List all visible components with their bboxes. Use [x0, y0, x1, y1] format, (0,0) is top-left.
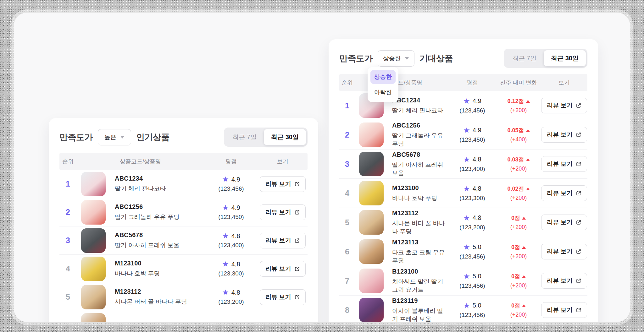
rank-number: 1: [339, 101, 355, 110]
product-photo: [359, 269, 384, 293]
star-icon: ★: [463, 214, 470, 222]
column-rating: 평점: [448, 79, 496, 86]
review-count: (123,456): [448, 253, 496, 260]
external-link-icon: [576, 278, 581, 284]
product-code: B123100: [392, 268, 448, 275]
tab-recent-30days[interactable]: 최근 30일: [544, 50, 586, 66]
table-body: 1 ABC1234 딸기 체리 판나코타 ★ 4.9 (123,456) 리뷰 …: [59, 170, 308, 322]
product-name: 바나나 호박 푸딩: [115, 269, 204, 278]
triangle-up-icon: [522, 246, 526, 249]
tab-recent-7days[interactable]: 최근 7일: [225, 129, 264, 145]
satisfaction-level-dropdown[interactable]: 높은: [98, 129, 131, 145]
view-reviews-button[interactable]: 리뷰 보기: [260, 261, 305, 277]
view-reviews-button[interactable]: 리뷰 보기: [541, 156, 587, 172]
external-link-icon: [576, 161, 581, 167]
view-reviews-button[interactable]: 리뷰 보기: [260, 204, 305, 220]
product-code: ABC1256: [115, 203, 204, 210]
change-value: 0.05점: [507, 127, 524, 134]
table-row: 1 ABC1234 딸기 체리 판나코타 ★ 4.9 (123,456) 리뷰 …: [59, 170, 308, 198]
noise-frame: 만족도가 높은 인기상품 최근 7일 최근 30일 순위 상품코드/상품명 평점…: [0, 0, 644, 332]
product-name: 딸기 그래놀라 우유 푸딩: [115, 213, 204, 221]
product-name: 딸기 그래놀라 우유 푸딩: [392, 132, 448, 148]
view-reviews-button[interactable]: 리뷰 보기: [260, 233, 305, 248]
product-photo: [81, 285, 106, 309]
review-count: (123,300): [204, 270, 258, 277]
rating-cell: ★ 4.8 (123,400): [204, 232, 258, 249]
change-value: 0점: [511, 243, 520, 251]
change-value: 0.12점: [507, 97, 524, 105]
table-header: 순위 상품코드/상품명 평점 보기: [59, 153, 308, 170]
view-reviews-button[interactable]: 리뷰 보기: [541, 127, 587, 143]
rating-value: 4.8: [473, 156, 481, 163]
review-button-label: 리뷰 보기: [547, 248, 572, 256]
view-reviews-button[interactable]: 리뷰 보기: [541, 98, 587, 113]
change-count: (+200): [496, 312, 541, 318]
product-photo: [359, 152, 384, 176]
star-icon: ★: [222, 232, 229, 240]
product-photo: [81, 200, 106, 225]
rating-value: 4,8: [231, 261, 240, 268]
change-count: (+200): [496, 195, 541, 201]
table-row: 2 ABC1256 딸기 그래놀라 우유 푸딩 ★ 4.9 (123,450) …: [339, 120, 587, 150]
review-count: (123,450): [204, 214, 258, 220]
review-button-label: 리뷰 보기: [265, 208, 291, 216]
view-reviews-button[interactable]: 리뷰 보기: [260, 176, 305, 192]
product-name: 바나나 호박 푸딩: [392, 194, 448, 202]
rating-cell: ★ 4.9 (123,456): [448, 97, 496, 114]
rating-value: 5.0: [473, 273, 481, 280]
view-reviews-button[interactable]: 리뷰 보기: [541, 302, 587, 318]
rating-value: 4.8: [231, 289, 240, 296]
dropdown-value: 높은: [104, 133, 116, 141]
rank-number: 4: [339, 189, 355, 198]
change-count: (+200): [496, 253, 541, 260]
product-code: M123113: [392, 239, 448, 246]
change-count: (+200): [496, 166, 541, 172]
dropdown-option-rising[interactable]: 상승한: [370, 70, 396, 84]
review-button-label: 리뷰 보기: [547, 189, 572, 197]
rank-number: 4: [59, 264, 76, 273]
star-icon: ★: [222, 204, 229, 211]
change-cell: 0.02점 (+200): [496, 185, 541, 201]
view-reviews-button[interactable]: 리뷰 보기: [260, 289, 305, 305]
panel-title: 만족도가 높은 인기상품: [59, 129, 169, 145]
dropdown-value: 상승한: [383, 54, 401, 63]
review-count: (123,456): [204, 185, 258, 192]
rating-cell: ★ 4.9 (123,456): [204, 176, 258, 192]
column-view: 보기: [258, 158, 308, 165]
dropdown-option-falling[interactable]: 하락한: [370, 85, 396, 99]
column-rating: 평점: [204, 158, 258, 165]
change-value: 0.03점: [507, 156, 524, 163]
change-cell: 0점 (+200): [496, 302, 541, 318]
review-button-label: 리뷰 보기: [547, 277, 572, 285]
rating-value: 5.0: [473, 302, 481, 309]
review-count: (123,456): [448, 282, 496, 289]
tab-recent-7days[interactable]: 최근 7일: [505, 50, 544, 66]
product-photo: [81, 172, 106, 196]
rating-cell: ★ 4,8 (123,300): [448, 185, 496, 202]
change-value: 0점: [511, 273, 520, 280]
review-button-label: 리뷰 보기: [547, 160, 572, 168]
rank-number: 5: [339, 218, 355, 227]
satisfaction-trend-dropdown[interactable]: 상승한: [378, 50, 414, 67]
star-icon: ★: [222, 289, 229, 296]
panel-header: 만족도가 높은 인기상품 최근 7일 최근 30일: [59, 118, 308, 147]
star-icon: ★: [463, 243, 470, 251]
period-tabs: 최근 7일 최근 30일: [504, 49, 588, 68]
review-button-label: 리뷰 보기: [547, 306, 572, 314]
review-button-label: 리뷰 보기: [547, 101, 572, 110]
view-reviews-button[interactable]: 리뷰 보기: [541, 273, 587, 289]
table-row: 4 M123100 바나나 호박 푸딩 ★ 4,8 (123,300) 리뷰 보…: [59, 255, 308, 283]
rank-number: 3: [59, 236, 76, 245]
product-code: ABC1234: [392, 97, 448, 104]
product-photo: [359, 210, 384, 235]
view-reviews-button[interactable]: 리뷰 보기: [541, 215, 587, 230]
view-reviews-button[interactable]: 리뷰 보기: [541, 185, 587, 201]
product-code: ABC5678: [392, 151, 448, 158]
external-link-icon: [576, 249, 581, 254]
column-view: 보기: [541, 79, 587, 86]
star-icon: ★: [222, 176, 229, 183]
tab-recent-30days[interactable]: 최근 30일: [264, 129, 306, 145]
view-reviews-button[interactable]: 리뷰 보기: [541, 244, 587, 259]
review-count: (123,400): [448, 166, 496, 172]
rating-cell: ★ 5.0 (123,456): [448, 302, 496, 318]
